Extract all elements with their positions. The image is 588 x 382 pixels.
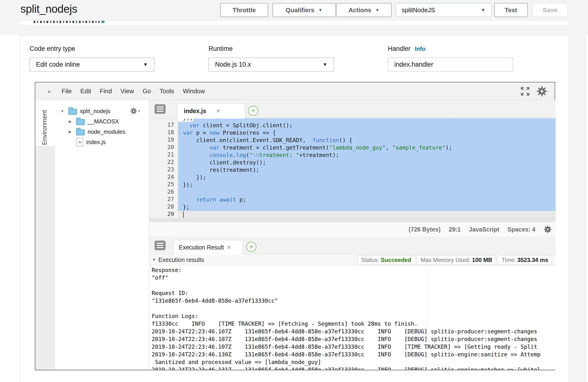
code-area[interactable]: 17181920212223242526272829 }); var clien…	[149, 118, 556, 222]
menu-item-window[interactable]: Window	[183, 87, 205, 95]
menu-item-go[interactable]: Go	[143, 87, 151, 95]
runtime-select[interactable]: Node.js 10.x ▼	[209, 57, 334, 71]
results-tabrow: Execution Result × +	[149, 237, 556, 254]
badge-label: Time:	[502, 257, 517, 263]
gutter-line: 22	[167, 159, 174, 166]
tab-list-icon[interactable]	[155, 241, 166, 250]
log-line: 2019-10-24T22:23:46.107Z 131e865f-6eb4-4…	[152, 343, 556, 351]
chevron-down-icon: ▼	[143, 62, 148, 67]
code-line[interactable]: client.destroy();	[178, 159, 556, 166]
badge-value: 100 MB	[472, 257, 492, 263]
tab-list-icon[interactable]	[155, 104, 166, 114]
gear-icon[interactable]	[544, 225, 552, 233]
code-text: });	[178, 182, 193, 188]
tree-item-label: node_modules	[88, 129, 125, 135]
horizontal-scrollbar[interactable]	[149, 218, 556, 222]
save-button[interactable]: Save	[532, 3, 568, 17]
collapse-menubar-icon[interactable]: ▲	[47, 88, 52, 94]
execution-results-content[interactable]: Response:"off" Request ID:"131e865f-6eb4…	[149, 265, 556, 370]
triangle-down-icon: ▼	[152, 258, 156, 262]
close-icon[interactable]: ×	[216, 107, 220, 115]
badge-label: Max Memory Used:	[420, 257, 472, 263]
print-margin	[427, 265, 428, 370]
code-line[interactable]: res(treatment);	[178, 166, 556, 174]
caret-right-icon[interactable]: ▶	[67, 119, 73, 124]
gutter-line: 27	[167, 196, 174, 203]
code-line[interactable]: console.log("\ntreatment: "+treatment);	[178, 152, 556, 159]
chevron-down-icon: ▼	[481, 7, 485, 13]
runtime-value: Node.js 10.x	[215, 61, 251, 68]
editor-statusbar: (726 Bytes) 29:1 JavaScript Spaces: 4	[149, 222, 556, 237]
caret-down-icon[interactable]: ▼	[59, 109, 65, 113]
clipped-card-link	[102, 21, 105, 23]
log-line: Request ID:	[152, 289, 556, 297]
gear-icon[interactable]	[536, 86, 547, 97]
tree-item-index.js[interactable]: index.js	[35, 137, 149, 147]
new-tab-icon[interactable]: +	[246, 242, 256, 252]
new-tab-icon[interactable]: +	[248, 106, 258, 116]
tree-item-label: __MACOSX	[88, 118, 119, 125]
editor-tabrow: index.js × +	[149, 100, 556, 118]
tab-index-js[interactable]: index.js ×	[177, 103, 245, 119]
log-line: Function Logs:	[152, 312, 556, 320]
editor-pane: index.js × + 17181920212223242526272829 …	[149, 100, 556, 370]
badge-value: Succeeded	[381, 257, 411, 263]
menu-item-edit[interactable]: Edit	[80, 87, 91, 95]
test-event-select[interactable]: splitNodeJS ▼	[396, 3, 491, 17]
code-line[interactable]: });	[178, 174, 556, 181]
handler-input[interactable]	[388, 57, 513, 71]
qualifiers-button[interactable]: Qualifiers ▼	[273, 3, 336, 17]
code-line[interactable]: });	[178, 181, 556, 189]
menu-item-find[interactable]: Find	[100, 87, 112, 95]
fullscreen-icon[interactable]	[520, 86, 530, 96]
gutter-line: 25	[167, 181, 174, 189]
code-text: var p = new Promise(res => {	[178, 130, 276, 136]
throttle-button[interactable]: Throttle	[220, 3, 268, 17]
code-text: client.on(client.Event.SDK_READY, functi…	[178, 137, 352, 143]
result-badge: Max Memory Used: 100 MB	[417, 255, 496, 265]
close-icon[interactable]: ×	[227, 244, 231, 251]
code-line[interactable]: };	[178, 203, 556, 211]
gear-icon[interactable]: ▾	[130, 107, 140, 115]
log-line: 2019-10-24T22:23:46.107Z 131e865f-6eb4-4…	[152, 328, 556, 335]
code-line[interactable]: return await p;	[178, 196, 556, 203]
menu-item-tools[interactable]: Tools	[160, 87, 174, 95]
chevron-down-icon: ▼	[323, 62, 327, 67]
execution-results-header[interactable]: ▼ Execution results Status: SucceededMax…	[149, 254, 556, 265]
test-button[interactable]: Test	[494, 3, 527, 17]
menu-item-file[interactable]: File	[62, 87, 72, 95]
actions-button-label: Actions	[349, 6, 371, 14]
clipped-code-text: });	[178, 118, 193, 122]
menu-item-view[interactable]: View	[121, 87, 134, 95]
badge-label: Status:	[361, 257, 381, 263]
code-line[interactable]	[178, 189, 556, 196]
code-line[interactable]: var treatment = client.getTreatment("lam…	[178, 144, 556, 152]
result-badges: Status: SucceededMax Memory Used: 100 MB…	[357, 255, 552, 265]
indent-setting[interactable]: Spaces: 4	[507, 226, 535, 233]
actions-button[interactable]: Actions ▼	[336, 3, 391, 17]
chevron-down-icon: ▼	[375, 8, 379, 13]
language-mode[interactable]: JavaScript	[469, 226, 499, 233]
handler-info-link[interactable]: Info	[415, 46, 425, 52]
code-content[interactable]: }); var client = SplitObj.client();var p…	[178, 118, 556, 218]
gutter-line: 21	[167, 152, 174, 159]
tree-item-node_modules[interactable]: ▶node_modules	[35, 127, 149, 137]
code-entry-type-label: Code entry type	[29, 45, 75, 53]
code-line[interactable]	[178, 211, 556, 218]
test-button-label: Test	[505, 6, 517, 14]
execution-results-title: Execution results	[158, 256, 204, 263]
log-line: Sanitized and processed value => [lambda…	[152, 358, 556, 366]
code-entry-type-select[interactable]: Edit code inline ▼	[29, 57, 154, 71]
code-text: });	[178, 174, 206, 180]
code-line[interactable]: var client = SplitObj.client();	[178, 122, 556, 129]
code-text: res(treatment);	[178, 167, 259, 173]
tree-item-__MACOSX[interactable]: ▶__MACOSX	[35, 116, 149, 127]
caret-right-icon[interactable]: ▶	[67, 130, 73, 134]
code-line[interactable]: var p = new Promise(res => {	[178, 129, 556, 137]
code-line[interactable]: client.on(client.Event.SDK_READY, functi…	[178, 137, 556, 144]
tree-item-split_nodejs[interactable]: ▼split_nodejs▾	[35, 106, 149, 116]
log-line: 2019-10-24T22:23:46.130Z 131e865f-6eb4-4…	[152, 351, 556, 358]
tab-execution-result[interactable]: Execution Result ×	[173, 240, 243, 255]
clipped-code-line: });	[178, 118, 556, 122]
selection-highlight	[193, 118, 556, 122]
